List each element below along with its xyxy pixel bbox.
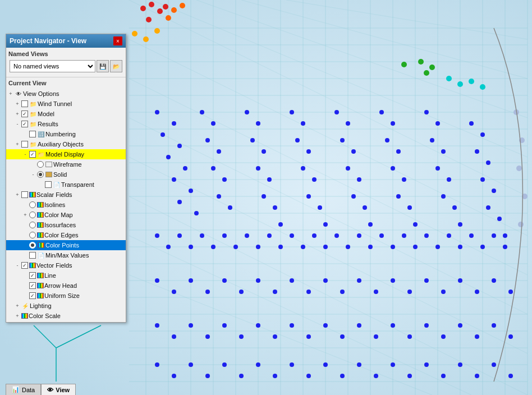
tree-item-line[interactable]: Line	[6, 270, 126, 281]
tree-item-solid[interactable]: - Solid	[6, 169, 126, 180]
svg-point-108	[435, 121, 440, 126]
expand-icon-view-options: +	[7, 90, 14, 97]
panel-close-button[interactable]: ×	[113, 36, 122, 45]
load-view-button[interactable]: 📂	[110, 60, 122, 72]
tree-item-view-options[interactable]: + 👁 View Options	[6, 89, 126, 99]
svg-point-140	[323, 245, 328, 249]
svg-point-186	[273, 334, 277, 339]
tab-view[interactable]: 👁 View	[41, 384, 76, 395]
svg-point-55	[160, 132, 165, 137]
tree-item-transparent[interactable]: 📄 Transparent	[6, 180, 126, 190]
page-icon-minmax: 📄	[37, 251, 45, 259]
tree-item-isolines[interactable]: Isolines	[6, 200, 126, 210]
radio-isosurfaces[interactable]	[29, 222, 36, 228]
color-icon-color-points	[37, 241, 45, 249]
checkbox-model[interactable]	[21, 111, 28, 117]
radio-color-map[interactable]	[29, 212, 36, 218]
svg-point-169	[357, 278, 361, 283]
svg-point-118	[475, 149, 479, 154]
tree-item-wireframe[interactable]: Wireframe	[6, 159, 126, 169]
svg-point-228	[171, 7, 177, 13]
expand-icon-vector: -	[14, 262, 21, 269]
svg-point-89	[334, 110, 339, 114]
svg-point-172	[407, 290, 412, 294]
checkbox-arrow-head[interactable]	[29, 282, 36, 289]
svg-point-241	[480, 84, 485, 90]
svg-point-135	[267, 233, 272, 238]
svg-point-197	[458, 323, 462, 328]
tree-item-model[interactable]: + 📁 Model	[6, 109, 126, 119]
results-label: Results	[38, 121, 125, 127]
svg-point-185	[256, 323, 260, 328]
radio-color-edges[interactable]	[29, 232, 36, 238]
checkbox-minmax[interactable]	[29, 252, 36, 259]
folder-icon-results: 📁	[29, 120, 37, 128]
checkbox-transparent[interactable]	[45, 181, 52, 188]
tree-item-model-display[interactable]: - 📁 Model Display	[6, 149, 126, 159]
panel-title: Project Navigator - View	[10, 37, 86, 45]
checkbox-numbering[interactable]	[29, 131, 36, 137]
folder-icon-wind-tunnel: 📁	[29, 100, 37, 108]
color-map-label: Color Map	[44, 212, 125, 218]
tree-item-scalar-fields[interactable]: + Scalar Fields	[6, 190, 126, 200]
tree-item-results[interactable]: - 📁 Results	[6, 119, 126, 129]
svg-point-231	[132, 31, 137, 36]
svg-point-232	[143, 36, 149, 42]
svg-point-136	[278, 245, 283, 249]
checkbox-uniform-size[interactable]	[29, 292, 36, 299]
tree-item-color-points[interactable]: Color Points	[6, 240, 126, 250]
auxiliary-label: Auxiliary Objects	[38, 141, 125, 148]
tree-item-minmax[interactable]: 📄 Min/Max Values	[6, 250, 126, 260]
svg-point-103	[402, 177, 406, 182]
tree-item-auxiliary[interactable]: + 📁 Auxiliary Objects	[6, 139, 126, 149]
svg-point-105	[407, 205, 412, 210]
svg-point-175	[458, 278, 462, 283]
folder-icon-auxiliary: 📁	[29, 140, 37, 148]
svg-point-212	[340, 374, 345, 378]
svg-point-188	[306, 334, 311, 339]
svg-point-155	[492, 233, 496, 238]
svg-point-95	[351, 194, 356, 199]
bottom-tabs: 📊 Data 👁 View	[6, 384, 76, 395]
radio-isolines[interactable]	[29, 201, 36, 208]
svg-point-189	[323, 323, 328, 328]
tab-data[interactable]: 📊 Data	[6, 384, 41, 395]
checkbox-vector[interactable]	[21, 262, 28, 269]
checkbox-line[interactable]	[29, 272, 36, 279]
svg-point-191	[357, 323, 361, 328]
checkbox-wind-tunnel[interactable]	[21, 100, 28, 107]
named-views-select[interactable]: No named views	[10, 60, 95, 72]
tree-item-vector-fields[interactable]: - Vector Fields	[6, 260, 126, 270]
svg-point-67	[211, 166, 215, 171]
checkbox-auxiliary[interactable]	[21, 141, 28, 148]
tree: + 👁 View Options + 📁 Wind Tunnel + 📁 Mod…	[6, 88, 126, 322]
scalar-fields-label: Scalar Fields	[36, 191, 125, 198]
checkbox-model-display[interactable]	[29, 151, 36, 158]
save-view-button[interactable]: 💾	[97, 60, 109, 72]
svg-point-70	[228, 205, 232, 210]
checkbox-results[interactable]	[21, 121, 28, 127]
tree-item-color-map[interactable]: + Color Map	[6, 210, 126, 220]
expand-icon-color-map: +	[22, 212, 29, 218]
checkbox-scalar[interactable]	[21, 191, 28, 198]
tree-item-isosurfaces[interactable]: Isosurfaces	[6, 220, 126, 230]
tree-item-color-edges[interactable]: Color Edges	[6, 230, 126, 240]
radio-solid[interactable]	[37, 171, 44, 178]
radio-color-points[interactable]	[29, 242, 36, 249]
svg-point-113	[441, 194, 446, 199]
tree-item-color-scale[interactable]: + Color Scale	[6, 311, 126, 321]
tree-item-arrow-head[interactable]: Arrow Head	[6, 281, 126, 291]
tree-item-wind-tunnel[interactable]: + 📁 Wind Tunnel	[6, 99, 126, 109]
expand-icon-color-edges	[22, 232, 29, 238]
svg-point-123	[497, 217, 502, 221]
tree-item-numbering[interactable]: 🔢 Numbering	[6, 129, 126, 139]
svg-point-177	[492, 278, 496, 283]
tree-item-lighting[interactable]: + ⚡ Lighting	[6, 301, 126, 311]
isolines-label: Isolines	[44, 201, 125, 208]
svg-point-86	[306, 194, 311, 199]
svg-point-215	[391, 362, 395, 367]
radio-wireframe[interactable]	[37, 161, 44, 168]
svg-point-129	[200, 233, 204, 238]
color-icon-color-map	[37, 212, 44, 218]
tree-item-uniform-size[interactable]: Uniform Size	[6, 291, 126, 301]
